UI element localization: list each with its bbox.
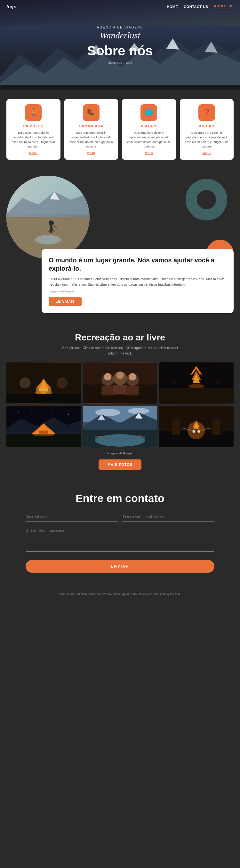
svg-point-54 (31, 410, 31, 411)
card-icon-wrapper-1: 🥾 (83, 104, 99, 121)
photo-cell-6 (159, 406, 234, 447)
card-1: 🥾 CAMINHADA Duis aute irure dolor in rep… (64, 99, 118, 160)
svg-rect-83 (212, 428, 220, 435)
card-icon-wrapper-0: 🚶 (25, 104, 41, 121)
svg-point-37 (104, 373, 111, 380)
message-textarea[interactable] (26, 526, 214, 552)
hero-brand: Wanderlust (87, 30, 153, 41)
svg-rect-26 (6, 394, 81, 403)
card-more-3[interactable]: MAIS (203, 151, 211, 155)
form-row-1 (26, 512, 214, 522)
hero-section: AGÊNCIA DE VIAGENS Wanderlust Sobre nós … (0, 0, 240, 90)
photo-cell-4 (6, 406, 81, 447)
contact-form: ENVIAR (26, 512, 214, 573)
svg-point-82 (212, 419, 221, 428)
svg-point-53 (19, 412, 19, 413)
svg-point-66 (95, 409, 120, 416)
svg-rect-81 (172, 428, 180, 435)
svg-rect-34 (101, 386, 114, 396)
hero-credit: Imagem de Freepik (87, 61, 153, 64)
hero-content: AGÊNCIA DE VIAGENS Wanderlust Sobre nós … (87, 26, 153, 64)
footer-note: Sample text. Click to select the text bo… (0, 586, 240, 603)
feature-card: O mundo é um lugar grande. Nós vamos aju… (41, 249, 234, 313)
card-text-3: Duis aute irure dolor in reprehenderit i… (184, 130, 230, 149)
feature-photo-circle (6, 176, 90, 259)
feature-photo-svg (6, 176, 90, 259)
hero-title: Sobre nós (87, 43, 153, 59)
card-title-2: VIAGEM (141, 124, 157, 128)
svg-rect-41 (159, 388, 234, 403)
card-more-1[interactable]: MAIS (87, 151, 96, 155)
svg-point-39 (129, 373, 136, 380)
card-2: 🌐 VIAGEM Duis aute irure dolor in repreh… (122, 99, 176, 160)
cards-grid: 🚶 PASSEIOS Duis aute irure dolor in repr… (6, 99, 234, 160)
svg-point-57 (25, 417, 25, 417)
svg-point-49 (172, 379, 177, 384)
nav-home[interactable]: HOME (167, 5, 178, 9)
email-input[interactable] (122, 512, 214, 522)
contact-section: Entre em contato ENVIAR (0, 479, 240, 586)
nav-links: HOME CONTACT US ABOUT US (167, 4, 234, 9)
svg-point-50 (216, 379, 221, 384)
svg-point-25 (34, 391, 53, 394)
feature-card-title: O mundo é um lugar grande. Nós vamos aju… (49, 256, 227, 273)
card-3: ❓ APOIAR Duis aute irure dolor in repreh… (180, 99, 234, 160)
recreation-section: Recreação ao ar livre Sample text. Click… (0, 323, 240, 479)
svg-point-28 (57, 377, 68, 389)
feature-circle-teal (186, 179, 227, 220)
card-text-0: Duis aute irure dolor in reprehenderit i… (10, 130, 57, 149)
card-icon-2: 🌐 (145, 108, 153, 117)
send-button[interactable]: ENVIAR (26, 560, 214, 573)
card-icon-1: 🥾 (87, 108, 95, 117)
svg-rect-35 (113, 385, 127, 395)
feature-card-credit: Imagens de Freepik (49, 290, 227, 293)
more-photos-button[interactable]: MAIS FOTOS (98, 459, 142, 470)
recreation-subtitle: Sample text. Click to select the text bo… (59, 345, 181, 356)
photo-cell-3 (159, 362, 234, 404)
card-icon-3: ❓ (202, 108, 211, 117)
svg-point-27 (20, 377, 31, 389)
svg-point-14 (35, 235, 61, 244)
svg-point-73 (98, 436, 105, 439)
navigation: logo HOME CONTACT US ABOUT US (0, 0, 240, 13)
card-icon-wrapper-3: ❓ (199, 104, 215, 121)
footer-note-text: Sample text. Click to select the text bo… (6, 592, 234, 596)
feature-card-text: Elit ut aliquam purus sit amet luctus ve… (49, 276, 227, 287)
card-more-0[interactable]: MAIS (29, 151, 38, 155)
card-title-1: CAMINHADA (79, 124, 103, 128)
name-input[interactable] (26, 512, 118, 522)
photo-cell-1 (6, 362, 81, 404)
read-more-button[interactable]: LEIA MAIS (49, 297, 82, 306)
card-title-0: PASSEIOS (23, 124, 43, 128)
card-more-2[interactable]: MAIS (145, 151, 153, 155)
svg-point-55 (53, 409, 53, 410)
svg-rect-36 (126, 386, 139, 396)
photo-cell-5 (83, 406, 157, 447)
svg-point-62 (33, 433, 54, 436)
svg-point-56 (68, 414, 69, 415)
svg-rect-7 (0, 85, 240, 90)
svg-point-74 (136, 435, 142, 438)
svg-point-38 (116, 371, 123, 379)
card-icon-0: 🚶 (29, 108, 38, 117)
svg-point-80 (172, 419, 180, 428)
recreation-title: Recreação ao ar livre (6, 333, 234, 343)
card-icon-wrapper-2: 🌐 (141, 104, 157, 121)
hero-agency-label: AGÊNCIA DE VIAGENS (87, 26, 153, 29)
photos-credit: Imagens de Freepik (6, 452, 234, 455)
cards-section: 🚶 PASSEIOS Duis aute irure dolor in repr… (0, 90, 240, 169)
contact-title: Entre em contato (26, 492, 214, 504)
photo-grid (6, 362, 234, 447)
card-0: 🚶 PASSEIOS Duis aute irure dolor in repr… (6, 99, 60, 160)
logo: logo (6, 4, 17, 9)
nav-contact[interactable]: CONTACT US (184, 5, 208, 9)
feature-section: O mundo é um lugar grande. Nós vamos aju… (0, 169, 240, 323)
nav-about[interactable]: ABOUT US (214, 4, 234, 9)
card-title-3: APOIAR (199, 124, 214, 128)
svg-point-87 (198, 430, 200, 433)
message-field-wrapper (26, 526, 214, 553)
card-text-2: Duis aute irure dolor in reprehenderit i… (126, 130, 172, 149)
svg-point-85 (192, 430, 195, 433)
card-text-1: Duis aute irure dolor in reprehenderit i… (68, 130, 115, 149)
photo-cell-2 (83, 362, 157, 404)
